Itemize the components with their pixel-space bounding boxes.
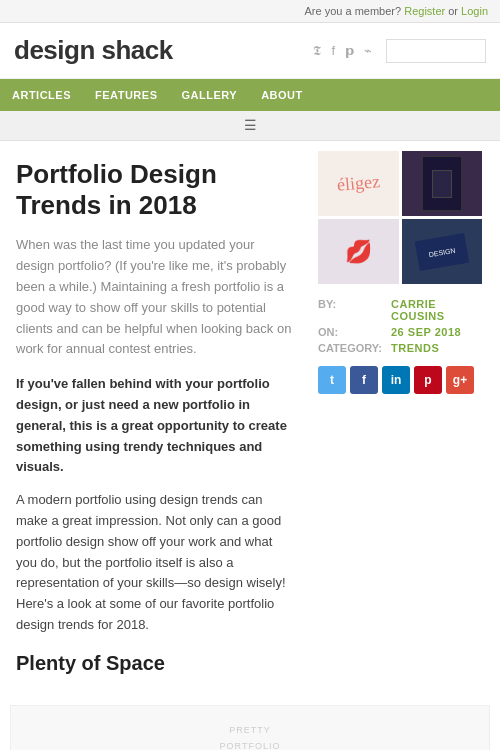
share-twitter-button[interactable]: t <box>318 366 346 394</box>
dark-card-decoration <box>422 156 462 211</box>
rss-icon[interactable]: ⌁ <box>364 43 372 58</box>
intro-text: When was the last time you updated your … <box>16 235 294 360</box>
on-label: ON: <box>318 326 383 338</box>
sidebar-meta: BY: CARRIE COUSINS ON: 26 SEP 2018 CATEG… <box>318 298 482 354</box>
section-1-heading: Plenty of Space <box>16 652 294 675</box>
body-para-2: A modern portfolio using design trends c… <box>16 490 294 636</box>
script-decoration: éligez <box>336 171 381 196</box>
pinterest-icon[interactable]: 𝗽 <box>345 43 354 58</box>
on-value: 26 SEP 2018 <box>391 326 461 338</box>
search-input[interactable] <box>386 39 486 63</box>
by-value: CARRIE COUSINS <box>391 298 482 322</box>
logo-part1: design <box>14 35 102 65</box>
nav-gallery[interactable]: GALLERY <box>169 79 249 111</box>
social-icons: 𝕿 f 𝗽 ⌁ <box>313 43 372 59</box>
header: design shack 𝕿 f 𝗽 ⌁ <box>0 23 500 79</box>
portfolio-section: PRETTY PORTFOLIO DESIGN Information Grap… <box>0 705 500 750</box>
portfolio-preview: PRETTY PORTFOLIO DESIGN <box>10 705 490 750</box>
nav-articles[interactable]: ARTICLES <box>0 79 83 111</box>
nav-about[interactable]: ABOUT <box>249 79 315 111</box>
share-buttons: t f in p g+ <box>318 366 482 394</box>
meta-by-row: BY: CARRIE COUSINS <box>318 298 482 322</box>
register-link[interactable]: Register <box>404 5 445 17</box>
meta-category-row: CATEGORY: TRENDS <box>318 342 482 354</box>
main-content: Portfolio Design Trends in 2018 When was… <box>0 141 310 705</box>
blue-card-decoration: DESIGN <box>415 232 469 270</box>
portfolio-preview-text1: PRETTY <box>19 722 481 738</box>
login-link[interactable]: Login <box>461 5 488 17</box>
blue-card-text: DESIGN <box>428 246 456 258</box>
facebook-icon[interactable]: f <box>331 43 335 58</box>
meta-on-row: ON: 26 SEP 2018 <box>318 326 482 338</box>
sub-nav: ☰ <box>0 111 500 141</box>
twitter-icon[interactable]: 𝕿 <box>313 43 321 59</box>
sidebar-img-3: 💋 <box>318 219 399 284</box>
logo-part2: shack <box>102 35 173 65</box>
body-para-1: If you've fallen behind with your portfo… <box>16 374 294 478</box>
share-linkedin-button[interactable]: in <box>382 366 410 394</box>
top-bar-text: Are you a member? Register or Login <box>305 5 488 17</box>
category-label: CATEGORY: <box>318 342 383 354</box>
category-value: TRENDS <box>391 342 439 354</box>
main-nav: ARTICLES FEATURES GALLERY ABOUT <box>0 79 500 111</box>
nav-features[interactable]: FEATURES <box>83 79 169 111</box>
hamburger-icon[interactable]: ☰ <box>244 118 257 133</box>
share-pinterest-button[interactable]: p <box>414 366 442 394</box>
portfolio-preview-text2: PORTFOLIO <box>19 738 481 750</box>
sidebar-img-2 <box>402 151 483 216</box>
top-bar: Are you a member? Register or Login <box>0 0 500 23</box>
article-title: Portfolio Design Trends in 2018 <box>16 159 294 221</box>
sidebar-img-1: éligez <box>318 151 399 216</box>
sidebar: éligez 💋 DESIGN <box>310 141 490 705</box>
by-label: BY: <box>318 298 383 310</box>
separator: or <box>448 5 461 17</box>
logo: design shack <box>14 35 313 66</box>
sidebar-images: éligez 💋 DESIGN <box>318 151 482 284</box>
sidebar-img-4: DESIGN <box>402 219 483 284</box>
share-gplus-button[interactable]: g+ <box>446 366 474 394</box>
share-facebook-button[interactable]: f <box>350 366 378 394</box>
content-wrapper: Portfolio Design Trends in 2018 When was… <box>0 141 500 705</box>
member-question: Are you a member? <box>305 5 402 17</box>
lips-decoration: 💋 <box>345 239 372 265</box>
